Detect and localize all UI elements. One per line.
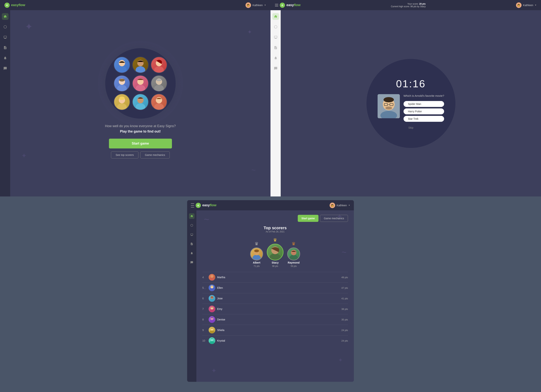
sidebar-panel3	[187, 210, 196, 382]
sidebar-icon-monitor-2[interactable]	[272, 34, 279, 41]
question-options: Which is Arnold's favorite movie? Spider…	[404, 94, 444, 122]
svg-point-1	[117, 66, 126, 73]
svg-point-0	[119, 60, 125, 66]
avatar-circle	[105, 48, 176, 119]
skip-button[interactable]: Skip	[408, 126, 413, 129]
top3-name-raymond: Raymond	[288, 261, 300, 264]
sidebar-item-monitor[interactable]	[2, 34, 9, 41]
svg-point-41	[254, 250, 259, 252]
option-star-trek[interactable]: Star Trek	[404, 116, 444, 122]
scorer-name-jose: Jose	[217, 297, 341, 300]
deco-4: ✦	[21, 152, 27, 159]
game-mechanics-button-panel1[interactable]: Game mechanics	[140, 152, 170, 158]
start-game-button-3[interactable]: Start game	[298, 215, 318, 222]
svg-point-64	[209, 330, 214, 334]
sidebar-item-chat[interactable]	[2, 65, 9, 72]
sidebar-icon-chat-2[interactable]	[272, 65, 279, 72]
sidebar-icon-file-3[interactable]	[189, 241, 195, 247]
crown-bronze-icon: ♛	[292, 241, 296, 246]
svg-point-11	[119, 78, 125, 85]
user-menu[interactable]: 👩 Kathleen ▼	[245, 2, 266, 8]
deco-1: ✦	[25, 21, 33, 32]
user-menu-2[interactable]: 👩 Kathleen ▼	[516, 2, 536, 8]
svg-point-26	[137, 97, 144, 103]
svg-point-24	[137, 97, 144, 103]
scorer-rank-4: 4	[202, 276, 207, 279]
hamburger-icon-3[interactable]	[191, 203, 194, 208]
scorer-rank-5: 5	[202, 286, 207, 289]
sidebar-panel1	[0, 10, 10, 196]
svg-point-4	[135, 66, 145, 73]
scorers-date: As of Feb 28, 2021	[202, 230, 348, 233]
svg-point-49	[209, 278, 214, 281]
scorers-main-content: ~ ✦ ✦ ~ ✦ ~ Start game Game mechanics To…	[196, 210, 354, 382]
start-game-button[interactable]: Start game	[109, 139, 172, 148]
top3-third-place: ♛ Raymond 59 pts	[287, 241, 300, 267]
svg-point-15	[137, 78, 144, 85]
top3-pts-stacy: 98 pts	[272, 265, 278, 267]
sidebar-icon-chat-3[interactable]	[189, 260, 195, 265]
option-harry-potter[interactable]: Harry Potter	[404, 108, 444, 114]
logo-area: e easyflow	[5, 3, 25, 8]
svg-point-29	[156, 97, 162, 103]
sidebar-icon-monitor-3[interactable]	[189, 232, 195, 237]
swirl-3: ✦	[211, 367, 217, 374]
scorer-pts-krystal: 24 pts	[341, 339, 348, 342]
logo-icon-2: e	[280, 3, 285, 8]
deco-3: ~	[251, 166, 256, 174]
svg-point-28	[154, 103, 164, 110]
sidebar-item-search[interactable]	[2, 24, 9, 30]
logo-text-2: easyflow	[286, 3, 301, 7]
scorer-avatar-emy	[209, 306, 215, 312]
scorer-row-ellen: 5 Ellen 47 pts	[202, 282, 348, 293]
sidebar-icon-bell-3[interactable]	[189, 251, 195, 256]
sidebar-icon-search-2[interactable]	[272, 24, 279, 30]
game-mechanics-button-3[interactable]: Game mechanics	[320, 215, 348, 222]
swirl-5: ✦	[338, 357, 343, 363]
high-score-display: Current high score: 98 pts by Stacy	[391, 5, 426, 8]
svg-point-22	[119, 97, 125, 103]
avatar-3	[151, 57, 167, 73]
hamburger-icon[interactable]	[275, 4, 278, 6]
option-spider-man[interactable]: Spider Man	[404, 101, 444, 107]
sidebar-icon-bell-2[interactable]	[272, 55, 279, 61]
user-name-label-2: Kathleen	[523, 4, 533, 7]
svg-point-67	[209, 341, 214, 344]
svg-point-3	[137, 60, 144, 66]
scorer-pts-shiela: 24 pts	[341, 329, 348, 332]
see-top-scorers-button[interactable]: See top scorers	[111, 152, 138, 158]
sidebar-item-home[interactable]	[2, 13, 9, 20]
user-menu-3[interactable]: 👩 Kathleen ▼	[330, 203, 350, 208]
top3-first-place: ♛ Stacy 98 pts	[267, 237, 283, 267]
scorer-pts-jose: 41 pts	[341, 297, 348, 300]
top3-avatar-albert	[250, 247, 263, 260]
svg-point-33	[384, 97, 394, 102]
sidebar-item-bell[interactable]	[2, 55, 9, 61]
logo-icon: e	[5, 3, 10, 8]
scorer-rank-10: 10	[202, 339, 207, 342]
score-display: Your score: 28 pts	[407, 3, 426, 5]
scorer-pts-emy: 38 pts	[341, 308, 348, 310]
timer-display: 01:16	[396, 78, 426, 90]
question-text: Which is Arnold's favorite movie?	[404, 94, 444, 97]
svg-point-27	[156, 97, 162, 103]
sidebar-icon-file-2[interactable]	[272, 44, 279, 51]
panel-game-playing: e easyflow Your score: 28 pts Current hi…	[270, 0, 541, 196]
sidebar-icon-home-3[interactable]	[189, 213, 195, 219]
sidebar-icon-home-2[interactable]	[272, 13, 279, 20]
scorer-name-krystal: Krystal	[217, 339, 341, 342]
user-avatar-2: 👩	[516, 2, 521, 8]
crown-silver-icon: ♛	[255, 241, 259, 246]
svg-point-50	[210, 275, 213, 278]
scorer-pts-denise: 35 pts	[341, 318, 348, 321]
main-content-panel2: 01:16	[270, 10, 541, 196]
sidebar-icon-search-3[interactable]	[189, 223, 195, 228]
scorer-avatar-martha	[209, 274, 215, 281]
panel-start-game: e easyflow 👩 Kathleen ▼	[0, 0, 270, 196]
svg-point-43	[270, 253, 281, 260]
scorer-row-krystal: 10 Krystal 24 pts	[202, 335, 348, 346]
scorer-name-emy: Emy	[217, 308, 341, 310]
sidebar-item-file[interactable]	[2, 44, 9, 51]
svg-point-52	[209, 288, 214, 291]
svg-point-16	[156, 78, 162, 85]
